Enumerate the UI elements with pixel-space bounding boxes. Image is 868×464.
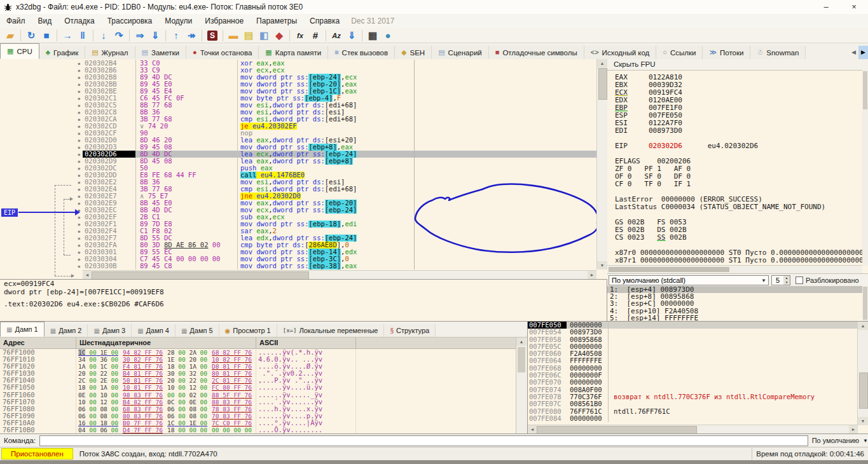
disasm-row[interactable]: ●020302B889 4D DCmov dword ptr ss:[ebp-2… (0, 74, 596, 81)
scroll-thumb[interactable] (598, 68, 607, 100)
disasm-row[interactable]: ●020302E7∧ 75 E7jne eu4.20302D0 (0, 193, 596, 200)
tab-cpu[interactable]: ▦CPU (0, 43, 39, 59)
register-line[interactable]: EDI 008973D0 (615, 127, 862, 135)
breakpoint-dot[interactable]: ● (0, 151, 83, 158)
breakpoint-dot[interactable]: ● (0, 74, 83, 81)
menu-item-6[interactable]: Избранное (198, 15, 250, 27)
stack-row[interactable]: 007FE054008973D0 (528, 329, 868, 336)
disasm-row[interactable]: ●020302D389 45 08mov dword ptr ss:[ebp+8… (0, 144, 596, 151)
scroll-thumb[interactable] (518, 347, 525, 372)
breakpoint-dot[interactable]: ● (0, 221, 83, 228)
breakpoint-dot[interactable]: ● (0, 165, 83, 172)
registers-vertical-scrollbar[interactable] (862, 70, 868, 266)
tab-references[interactable]: ○Ссылки (656, 46, 703, 59)
breakpoint-dot[interactable]: ● (0, 60, 83, 67)
calculator-icon[interactable]: ▦ (365, 29, 380, 42)
disasm-row[interactable]: ●020302BE89 45 E4mov dword ptr ss:[ebp-1… (0, 88, 596, 95)
pause-icon[interactable]: ‖ (75, 29, 90, 42)
disasm-row[interactable]: ●020302C58B 77 68mov esi,dword ptr ds:[e… (0, 102, 596, 109)
breakpoint-dot[interactable]: ● (0, 256, 83, 263)
stack-panel[interactable]: 007FE05000000000007FE054008973D0007FE058… (527, 321, 868, 433)
disasm-row[interactable]: ●020302DC50push eax (0, 165, 596, 172)
close-button[interactable]: × (840, 1, 868, 14)
globe-icon[interactable]: ● (380, 29, 396, 42)
scroll-thumb[interactable] (863, 287, 867, 320)
registers-panel[interactable]: Скрыть FPU EAX 0122A810EBX 00039D32ECX 0… (607, 59, 868, 273)
dump-tab-3[interactable]: ▦Дамп 3 (88, 324, 132, 337)
tab-snowman[interactable]: ☃Snowman (750, 46, 806, 59)
disasm-row[interactable]: ●020302F189 7D E8mov dword ptr ss:[ebp-1… (0, 221, 596, 228)
dump-tab-5[interactable]: ▦Дамп 5 (176, 324, 219, 337)
register-line[interactable]: CF 0 TF 0 IF 1 (615, 181, 862, 188)
dump-tab-7[interactable]: [x=]Локальные переменные (277, 324, 385, 337)
breakpoint-dot[interactable]: ● (0, 144, 83, 151)
breakpoint-dot[interactable]: ● (0, 130, 83, 137)
tab-notes[interactable]: ▤Заметки (135, 46, 186, 59)
calling-convention-select[interactable]: По умолчанию (stdcall) ▼ (609, 275, 769, 285)
dump-tab-6[interactable]: ◉Просмотр 1 (219, 324, 277, 337)
disasm-row[interactable]: ●020302D98D 45 08lea eax,dword ptr ss:[e… (0, 158, 596, 165)
disasm-row[interactable]: ●020302E98B 45 E0mov eax,dword ptr ss:[e… (0, 200, 596, 207)
disasm-row[interactable]: ●020302CA3B 77 68cmp esi,dword ptr ds:[e… (0, 116, 596, 123)
hash-icon[interactable]: # (308, 29, 323, 42)
dump-tab-8[interactable]: §Структура (384, 324, 436, 337)
register-line[interactable]: EIP 020302D6 eu4.020302D6 (615, 142, 862, 150)
menu-item-3[interactable]: Отладка (58, 15, 100, 27)
disasm-row[interactable]: ●020302DDE8 FE 68 44 FFcall eu4.1476BE0 (0, 172, 596, 179)
disasm-row[interactable]: ●020302C88B 36mov esi,dword ptr ds:[esi] (0, 109, 596, 116)
tab-breakpoints[interactable]: ●Точки останова (186, 46, 259, 59)
stack-row[interactable]: 007FE08400000000 (528, 415, 868, 422)
scroll-down-arrow[interactable]: ▼ (858, 417, 868, 425)
disasm-row[interactable]: ●020302EC8B 4D DCmov ecx,dword ptr ss:[e… (0, 207, 596, 214)
stack-row[interactable]: 007FE07000000000 (528, 379, 868, 386)
tab-seh[interactable]: ◆SEH (395, 46, 432, 59)
download-symbols-icon[interactable]: ⇓ (344, 29, 359, 42)
scroll-thumb[interactable] (609, 267, 729, 272)
breakpoint-dot[interactable]: ● (0, 123, 83, 130)
scroll-thumb[interactable] (863, 71, 867, 109)
checkbox-box[interactable] (796, 276, 803, 284)
scroll-down-arrow[interactable]: ▼ (597, 261, 607, 270)
register-line[interactable]: CS 0023 SS 002B (615, 234, 862, 242)
dump-tab-1[interactable]: ▦Дамп 1 (0, 322, 45, 337)
scroll-thumb[interactable] (859, 372, 868, 409)
execute-till-return-icon[interactable]: ⇓ (148, 29, 163, 42)
hide-fpu-button[interactable]: Скрыть FPU (607, 59, 868, 71)
command-input[interactable] (39, 435, 808, 446)
step-over-icon[interactable]: ↷ (111, 29, 127, 42)
breakpoint-dot[interactable]: ● (0, 228, 83, 235)
stop-icon[interactable]: ■ (39, 29, 54, 42)
scroll-up-arrow[interactable]: ▲ (597, 59, 607, 67)
tab-log[interactable]: ▤Журнал (85, 46, 135, 59)
tab-graph[interactable]: ♣График (39, 46, 86, 59)
disasm-row[interactable]: ●020302BB89 45 E0mov dword ptr ss:[ebp-2… (0, 81, 596, 88)
disasm-row[interactable]: ●020302F4C1 F8 02sar eax,2 (0, 228, 596, 235)
disassembly-view[interactable]: ●020302B433 C0xor eax,eax●020302B633 C9x… (0, 59, 608, 279)
breakpoint-dot[interactable]: ● (0, 116, 83, 123)
args-vertical-scrollbar[interactable] (862, 286, 868, 321)
disasm-row[interactable]: ●0203030B89 45 C8mov dword ptr ss:[ebp-3… (0, 263, 596, 270)
menu-item-7[interactable]: Параметры (250, 15, 303, 27)
tab-source-code[interactable]: <>Исходный код (584, 46, 657, 59)
scroll-up-arrow[interactable]: ▲ (858, 322, 868, 330)
argument-row[interactable]: 5: [esp+14] FFFFFFFE (607, 315, 862, 321)
disasm-row[interactable]: ●020302C1C6 45 FC 0Fmov byte ptr ss:[ebp… (0, 95, 596, 102)
restart-icon[interactable]: ↻ (24, 29, 39, 42)
tab-scroll-left[interactable]: ◀ (849, 46, 858, 59)
tab-symbols[interactable]: ■Отладочные символы (489, 46, 584, 59)
scroll-up-arrow[interactable]: ▲ (516, 338, 527, 346)
breakpoint-dot[interactable]: ● (0, 186, 83, 193)
tab-scroll-right[interactable]: ▶ (858, 46, 868, 59)
breakpoint-dot[interactable]: ● (0, 158, 83, 165)
step-out-icon[interactable]: ↑ (169, 29, 184, 42)
scroll-thumb[interactable] (92, 271, 309, 279)
breakpoint-dot[interactable]: ● (0, 172, 83, 179)
breakpoint-dot[interactable]: ● (0, 88, 83, 95)
breakpoint-dot[interactable]: ● (0, 109, 83, 116)
disasm-row[interactable]: ●020302D08D 46 20lea eax,dword ptr ds:[e… (0, 137, 596, 144)
bookmark-icon[interactable]: ◆ (272, 29, 287, 42)
minimize-button[interactable]: – (812, 1, 840, 14)
step-into-icon[interactable]: ↓ (96, 29, 111, 42)
breakpoint-dot[interactable]: ● (0, 235, 83, 242)
comment-icon[interactable]: ▤ (241, 29, 256, 42)
